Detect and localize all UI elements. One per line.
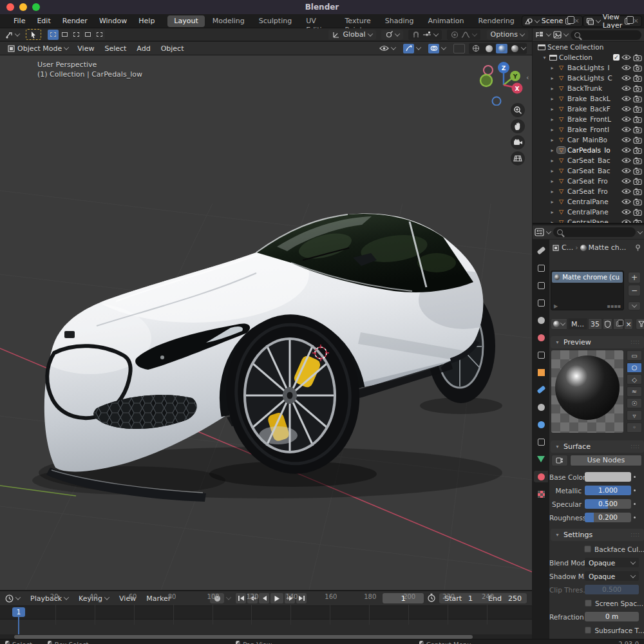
outliner-object-row[interactable]: ▸ ▽ CentralPane — [533, 196, 644, 207]
disclosure-closed-icon[interactable]: ▸ — [549, 209, 555, 215]
display-mode-icon[interactable] — [553, 31, 562, 39]
jump-to-start-button[interactable] — [236, 593, 246, 603]
viewport-menu-item[interactable]: Add — [131, 44, 155, 53]
object-visibility-dropdown[interactable] — [375, 43, 399, 53]
workspace-tab[interactable]: Modeling — [206, 15, 251, 27]
snap-target-icon[interactable] — [422, 31, 431, 39]
hide-in-viewport-eye-icon[interactable] — [621, 219, 631, 224]
material-specials-menu[interactable] — [628, 301, 641, 310]
outliner-object-row[interactable]: ▸ ▽ BackLights_C — [533, 73, 644, 83]
specular-slider[interactable]: 0.500 — [585, 499, 631, 509]
animate-dot[interactable] — [634, 476, 636, 478]
disable-in-renders-camera-icon[interactable] — [633, 157, 642, 164]
zoom-view-button[interactable] — [511, 103, 525, 117]
material-users-count[interactable]: 35 — [588, 318, 602, 330]
modifiers[interactable] — [534, 384, 548, 395]
outliner-object-row[interactable]: ▸ ▽ CarSeat_Fro — [533, 186, 644, 196]
scene[interactable] — [534, 314, 548, 326]
workspace-tab[interactable]: Rendering — [472, 15, 521, 27]
options-dropdown[interactable]: Options — [487, 30, 528, 40]
refraction-depth-field[interactable]: 0 m — [585, 612, 639, 621]
select-mode-invert[interactable] — [82, 30, 93, 40]
chevron-down-icon[interactable] — [546, 229, 551, 234]
gizmo-axis-neg-z[interactable] — [493, 97, 501, 106]
collection[interactable] — [534, 349, 548, 361]
disable-in-renders-camera-icon[interactable] — [633, 85, 642, 92]
disable-in-renders-camera-icon[interactable] — [633, 54, 642, 61]
disable-in-renders-camera-icon[interactable] — [633, 137, 642, 144]
disclosure-closed-icon[interactable]: ▸ — [549, 189, 555, 194]
menu-item[interactable]: Window — [93, 14, 133, 28]
disable-in-renders-camera-icon[interactable] — [633, 209, 642, 216]
properties-search-input[interactable] — [553, 227, 636, 237]
disable-in-renders-camera-icon[interactable] — [633, 75, 642, 82]
toggle-perspective-button[interactable] — [511, 151, 525, 166]
workspace-tab[interactable]: Layout — [167, 15, 204, 27]
overlays-toggle[interactable] — [424, 43, 450, 53]
workspace-tab[interactable]: Animation — [421, 15, 470, 27]
disclosure-closed-icon[interactable]: ▸ — [549, 86, 555, 91]
disable-in-renders-camera-icon[interactable] — [633, 95, 642, 102]
select-mode-set[interactable] — [48, 30, 59, 40]
tool[interactable] — [534, 245, 548, 256]
xray-toggle[interactable] — [453, 44, 465, 53]
sidebar-toggle[interactable]: ‹ — [526, 73, 529, 82]
outliner-object-row[interactable]: ▸ ▽ BackTrunk — [533, 83, 644, 93]
disable-in-renders-camera-icon[interactable] — [633, 116, 642, 123]
select-box-tool-button[interactable] — [26, 29, 41, 40]
disclosure-closed-icon[interactable]: ▸ — [549, 96, 555, 102]
hide-in-viewport-eye-icon[interactable] — [621, 64, 631, 71]
subsurface-translucency-checkbox[interactable] — [585, 627, 592, 634]
new-view-layer-icon[interactable] — [625, 18, 630, 24]
preview-monkey[interactable]: ☉ — [627, 398, 642, 408]
shading-material-button[interactable] — [496, 44, 507, 53]
chevron-down-icon[interactable] — [226, 594, 231, 600]
workspace-tab[interactable]: Shading — [379, 15, 421, 27]
gizmo-axis-neg-y[interactable] — [480, 75, 492, 86]
magnet-icon[interactable] — [412, 31, 420, 39]
fake-user-shield-icon[interactable] — [603, 318, 612, 330]
animate-dot[interactable] — [634, 489, 636, 491]
render[interactable] — [534, 262, 548, 274]
menu-item[interactable]: Render — [57, 14, 93, 28]
viewport-menu-item[interactable]: Object — [156, 44, 189, 53]
outliner-object-row[interactable]: ▸ ▽ CarSeat_Bac — [533, 155, 644, 166]
outliner-object-row[interactable]: ▸ ▽ CentralPane — [533, 217, 644, 224]
pin-icon[interactable] — [634, 244, 641, 251]
collection-checkbox[interactable]: ✓ — [613, 54, 620, 61]
texture[interactable] — [534, 488, 548, 500]
object[interactable] — [534, 366, 548, 378]
disclosure-closed-icon[interactable]: ▸ — [549, 147, 555, 153]
disclosure-closed-icon[interactable]: ▸ — [549, 199, 555, 205]
disclosure-closed-icon[interactable]: ▶ — [554, 303, 558, 309]
outliner-object-row[interactable]: ▸ ▽ Brake_FrontI — [533, 124, 644, 135]
timeline-menu-item[interactable]: Playback — [25, 594, 73, 603]
preview-cube[interactable]: ◇ — [627, 374, 642, 384]
disclosure-closed-icon[interactable]: ▸ — [549, 158, 555, 164]
grip-dots[interactable]: ▪▪▪▪ — [607, 303, 621, 309]
particles[interactable] — [534, 401, 548, 413]
disable-in-renders-camera-icon[interactable] — [633, 106, 642, 113]
disable-in-renders-camera-icon[interactable] — [633, 167, 642, 175]
animate-dot[interactable] — [634, 503, 636, 505]
outliner-editor-icon[interactable] — [535, 31, 544, 39]
shading-rendered-button[interactable] — [509, 44, 520, 53]
outliner-object-row[interactable]: ▸ ▽ CarSeat_Fro — [533, 176, 644, 186]
playhead-line[interactable] — [18, 617, 19, 634]
base-color-swatch[interactable] — [585, 472, 631, 482]
chevron-down-icon[interactable] — [521, 44, 526, 50]
unlink-material-button[interactable]: × — [624, 318, 633, 330]
disclosure-closed-icon[interactable]: ▸ — [549, 220, 555, 225]
disable-in-renders-camera-icon[interactable] — [633, 147, 642, 154]
view-layer[interactable] — [534, 297, 548, 308]
select-mode-intersect[interactable] — [94, 30, 105, 40]
breadcrumb-object[interactable]: C... — [562, 243, 573, 252]
hide-in-viewport-eye-icon[interactable] — [621, 167, 631, 174]
outliner-object-row[interactable]: ▸ ▽ CarPedals_lo — [533, 145, 644, 155]
hide-in-viewport-eye-icon[interactable] — [621, 85, 631, 91]
chevron-down-icon[interactable] — [433, 31, 438, 36]
disclosure-closed-icon[interactable]: ▸ — [549, 137, 555, 143]
outliner-object-row[interactable]: ▸ ▽ Brake_FrontL — [533, 114, 644, 124]
material-slot-selected[interactable]: Matte chrome (cu... — [552, 272, 623, 283]
remove-view-layer-icon[interactable]: ✕ — [633, 17, 638, 24]
